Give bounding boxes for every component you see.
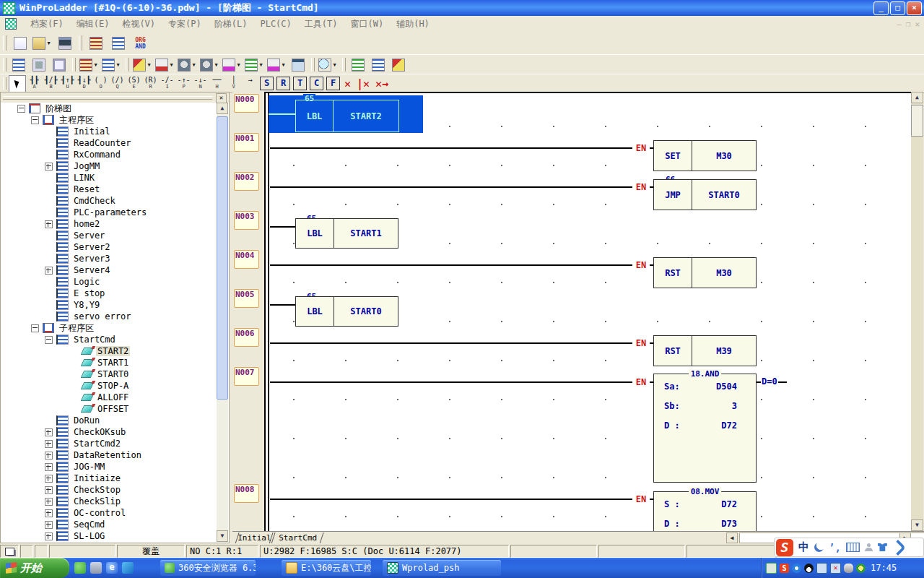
menu-plc[interactable]: PLC(C) <box>253 17 297 30</box>
tree-item-reset[interactable]: Reset <box>2 184 217 195</box>
settings-wrench-icon[interactable] <box>890 539 907 556</box>
quicklaunch-ie-icon[interactable]: e <box>106 562 118 574</box>
tree-item-server[interactable]: Server <box>2 230 217 241</box>
project-view-button[interactable] <box>85 33 106 53</box>
qq-icon[interactable] <box>804 564 814 573</box>
tree-item-y8y9[interactable]: Y8,Y9 <box>2 299 217 311</box>
menu-ladder[interactable]: 阶梯(L) <box>208 17 254 30</box>
menu-view[interactable]: 检视(V) <box>116 17 162 30</box>
sogou-tray-icon[interactable]: S <box>780 564 789 573</box>
panel-grip[interactable] <box>3 96 212 100</box>
delete-column-button[interactable]: |✕ <box>357 77 370 90</box>
usb-device-icon[interactable] <box>766 563 777 574</box>
contact-a-button[interactable]: ┨┠A <box>27 76 43 91</box>
toolbar-grip[interactable] <box>3 58 6 72</box>
account-icon[interactable] <box>865 543 873 551</box>
menu-project[interactable]: 专案(P) <box>162 17 208 30</box>
tree-item-logic[interactable]: Logic <box>2 276 217 288</box>
tree-item-initial[interactable]: Initial <box>2 126 217 137</box>
tab-startcmd[interactable]: StartCmd <box>271 532 323 544</box>
block-rst-m30[interactable]: RSTM30 <box>653 257 757 288</box>
mouse-settings-icon[interactable] <box>844 564 853 573</box>
volume-monitor-icon[interactable] <box>816 563 827 574</box>
timer-button[interactable]: T <box>293 77 307 90</box>
contact-down-button[interactable]: ┨↓┠D <box>77 76 92 91</box>
network-disconnected-icon[interactable]: ✕ <box>830 563 841 574</box>
counter-button[interactable]: C <box>310 77 323 90</box>
network-label[interactable]: N003 <box>234 211 259 230</box>
tree-item-seqcmd[interactable]: SeqCmd <box>2 519 217 530</box>
link-arrow-button[interactable]: → <box>243 76 258 91</box>
relay-button[interactable]: R <box>276 77 290 90</box>
tree-item-server3[interactable]: Server3 <box>2 253 217 264</box>
tree-expander[interactable] <box>45 498 53 506</box>
ladder-vscrollbar[interactable]: ▲ ▼ <box>911 92 923 531</box>
menu-edit[interactable]: 编辑(E) <box>70 17 116 30</box>
moon-icon[interactable] <box>814 543 824 552</box>
tree-expander[interactable] <box>45 475 53 483</box>
selected-label-block-start2[interactable]: 65 LBL START2 <box>269 95 423 133</box>
tree-item-initiaize[interactable]: Initiaize <box>2 473 217 484</box>
tree-item-alloff[interactable]: ALLOFF <box>2 392 217 403</box>
convert-button[interactable] <box>9 56 28 74</box>
toolbar-grip[interactable] <box>3 35 6 51</box>
coil-out-button[interactable]: ( )O <box>93 76 109 91</box>
tree-expander[interactable] <box>45 267 53 275</box>
hline-button[interactable]: ──H <box>209 76 225 91</box>
network-label[interactable]: N001 <box>234 133 259 152</box>
panel-close-icon[interactable]: ✕ <box>216 93 227 103</box>
tree-expander[interactable] <box>31 116 39 124</box>
tree-item-jogmm[interactable]: JogMM <box>2 160 217 172</box>
rising-edge-button[interactable]: -↑-P <box>176 76 192 91</box>
register-monitor-button[interactable]: ▼ <box>266 56 287 74</box>
tree-item-main-program-area[interactable]: 主程序区 <box>2 114 217 126</box>
tree-item-server2[interactable]: Server2 <box>2 241 217 253</box>
run-plc-button[interactable]: ▼ <box>177 56 198 74</box>
soft-keyboard-icon[interactable] <box>846 543 860 552</box>
function-block-18and[interactable]: 18.AND Sa:D504 Sb:3 D :D72 <box>653 374 757 483</box>
start-button[interactable]: 开始 <box>0 558 69 578</box>
taskbar-item-360browser[interactable]: 360安全浏览器 6.3 <box>160 560 256 576</box>
tree-expander[interactable] <box>45 220 53 228</box>
coil-monitor-button[interactable]: ▼ <box>154 56 175 74</box>
new-file-button[interactable] <box>9 33 30 53</box>
coil-reset-button[interactable]: (R)R <box>143 76 159 91</box>
tree-expander[interactable] <box>17 105 25 113</box>
tree-expander[interactable] <box>45 428 53 436</box>
tree-item-dorun[interactable]: DoRun <box>2 415 217 426</box>
tree-item-ladder-root[interactable]: 阶梯图 <box>2 103 217 114</box>
tree-item-home2[interactable]: home2 <box>2 218 217 230</box>
scroll-down-icon[interactable]: ▼ <box>217 530 228 542</box>
tree-expander[interactable] <box>45 521 53 529</box>
query-element-button[interactable] <box>389 56 408 74</box>
tree-item-startcmd2[interactable]: StartCmd2 <box>2 438 217 449</box>
tree-expander[interactable] <box>45 336 53 344</box>
skin-icon[interactable] <box>878 543 887 551</box>
coil-not-button[interactable]: (/)Q <box>110 76 126 91</box>
scroll-up-icon[interactable]: ▲ <box>911 92 923 103</box>
open-file-button[interactable]: ▼ <box>32 33 53 53</box>
function-button[interactable]: F <box>326 77 340 90</box>
toolbar-grip[interactable] <box>342 58 346 72</box>
child-window-icon[interactable] <box>5 18 17 30</box>
sogou-logo-icon[interactable]: S <box>776 539 793 556</box>
network-label[interactable]: N008 <box>234 484 259 503</box>
network-label[interactable]: N000 <box>234 94 259 113</box>
menu-file[interactable]: 档案(F) <box>24 17 70 30</box>
tree-item-oc-control[interactable]: OC-control <box>2 507 217 519</box>
chip-button[interactable] <box>30 56 48 74</box>
tree-item-start2[interactable]: START2 <box>2 345 217 357</box>
mdi-child-controls[interactable]: —❐✕ <box>897 20 920 29</box>
tree-item-plc-parameters[interactable]: PLC-parameters <box>2 207 217 218</box>
toolbar-grip[interactable] <box>311 58 315 72</box>
tree-expander[interactable] <box>45 509 53 517</box>
network-label[interactable]: N002 <box>234 172 259 191</box>
contact-b-button[interactable]: ┨/┠B <box>43 76 59 91</box>
tree-item-checkstop[interactable]: CheckStop <box>2 484 217 496</box>
status-page-button[interactable]: ▼ <box>244 56 265 74</box>
tree-expander[interactable] <box>45 532 53 540</box>
tree-expander[interactable] <box>45 440 53 448</box>
toolbar-grip[interactable] <box>3 77 6 90</box>
query-network-button[interactable] <box>369 56 388 74</box>
calculator-button[interactable] <box>289 56 308 74</box>
